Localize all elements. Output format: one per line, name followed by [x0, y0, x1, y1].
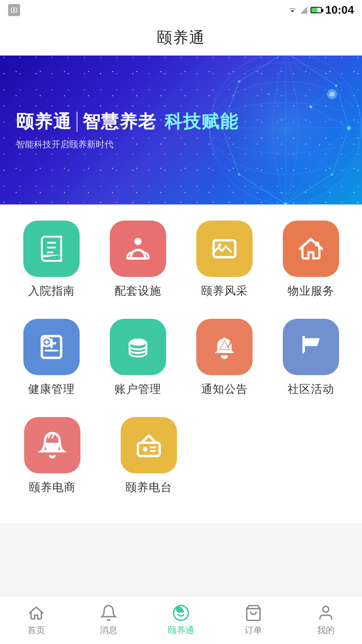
svg-point-31: [134, 238, 142, 245]
icon-facilities[interactable]: 配套设施: [102, 221, 174, 299]
icon-community-label: 社区活动: [288, 382, 334, 397]
photo-icon: [8, 4, 20, 16]
nav-home-label: 首页: [27, 624, 45, 636]
icon-row-1: 入院指南 配套设施 颐养风采: [8, 221, 354, 299]
icon-ecommerce[interactable]: 颐养电商: [16, 417, 88, 495]
icon-account-circle: [110, 319, 166, 375]
banner-subtitle: 智能科技开启颐养新时代: [16, 138, 239, 151]
battery-icon: [311, 7, 322, 13]
icon-notice-label: 通知公告: [201, 382, 248, 397]
icon-property-circle: [283, 221, 339, 277]
icon-ecommerce-label: 颐养电商: [29, 480, 76, 495]
nav-home[interactable]: 首页: [0, 604, 72, 636]
icon-health-circle: [23, 319, 80, 375]
app-header: 颐养通: [0, 20, 362, 56]
icon-account[interactable]: 账户管理: [102, 319, 174, 397]
icon-grid: 入院指南 配套设施 颐养风采: [0, 204, 362, 523]
nav-order-label: 订单: [245, 624, 262, 636]
svg-point-17: [319, 144, 320, 146]
svg-point-41: [143, 447, 148, 452]
svg-point-18: [268, 93, 269, 95]
svg-point-38: [229, 341, 231, 343]
banner-content: 颐养通 智慧养老 科技赋能 智能科技开启颐养新时代: [16, 110, 239, 151]
icon-community-circle: [283, 319, 339, 375]
icon-property-label: 物业服务: [288, 283, 334, 299]
nav-mine[interactable]: 我的: [290, 604, 362, 636]
svg-rect-42: [150, 446, 156, 448]
icon-health-label: 健康管理: [28, 382, 75, 397]
icon-property[interactable]: 物业服务: [275, 221, 347, 299]
icon-radio-label: 颐养电台: [125, 480, 172, 495]
bottom-navigation: 首页 消息 颐养通 订单 我的: [0, 596, 362, 644]
icon-account-label: 账户管理: [115, 382, 161, 397]
icon-row-3: 颐养电商 颐养电台: [8, 417, 354, 495]
nav-message[interactable]: 消息: [72, 604, 145, 636]
status-bar: 10:04: [0, 0, 362, 20]
icon-admission-guide-label: 入院指南: [28, 283, 75, 299]
icon-notice-circle: [196, 319, 253, 375]
svg-point-1: [13, 9, 15, 11]
icon-admission-guide[interactable]: 入院指南: [15, 221, 88, 299]
svg-point-30: [329, 92, 335, 97]
icon-community[interactable]: 社区活动: [275, 319, 347, 397]
icon-health[interactable]: 健康管理: [15, 319, 88, 397]
svg-point-37: [130, 339, 146, 346]
icon-gallery-circle: [196, 221, 253, 277]
nav-message-label: 消息: [100, 624, 117, 636]
svg-rect-43: [150, 450, 156, 452]
svg-rect-40: [138, 443, 160, 456]
banner-brand: 颐养通 智慧养老 科技赋能: [16, 110, 239, 134]
nav-mine-label: 我的: [317, 624, 335, 636]
svg-point-33: [218, 244, 221, 247]
icon-row-2: 健康管理 账户管理: [8, 319, 354, 397]
time-display: 10:04: [325, 4, 354, 17]
hero-banner: 颐养通 智慧养老 科技赋能 智能科技开启颐养新时代: [0, 56, 362, 204]
app-title: 颐养通: [157, 27, 205, 48]
icon-notice[interactable]: 通知公告: [188, 319, 261, 397]
icon-facilities-circle: [110, 221, 166, 277]
status-icons: 10:04: [288, 4, 354, 17]
icon-admission-guide-circle: [23, 221, 80, 277]
icon-radio-circle: [121, 417, 177, 473]
svg-point-45: [323, 606, 329, 612]
icon-facilities-label: 配套设施: [115, 283, 161, 299]
nav-order[interactable]: 订单: [217, 604, 290, 636]
nav-yiyangton[interactable]: 颐养通: [145, 604, 217, 636]
icon-radio[interactable]: 颐养电台: [113, 417, 185, 495]
icon-ecommerce-circle: [24, 417, 80, 473]
icon-gallery[interactable]: 颐养风采: [188, 221, 261, 299]
icon-gallery-label: 颐养风采: [201, 283, 248, 299]
nav-yiyangton-label: 颐养通: [168, 624, 194, 636]
